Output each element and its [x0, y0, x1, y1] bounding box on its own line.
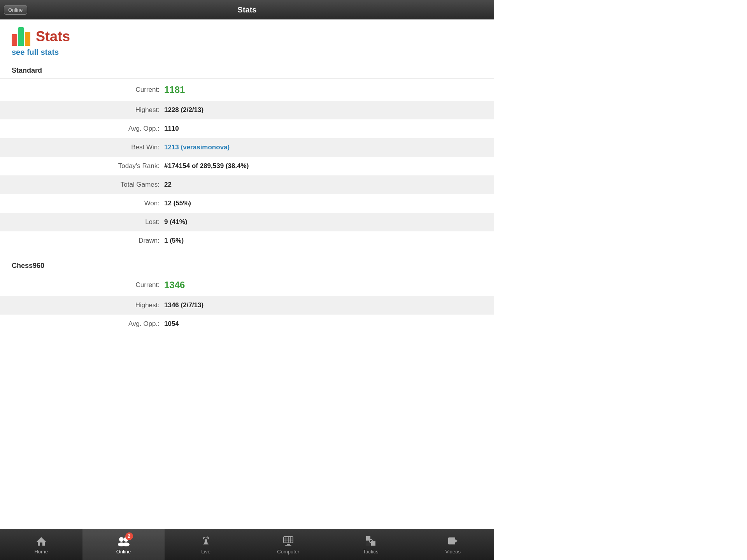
page-header: Stats: [0, 19, 494, 48]
stat-label-c960-current: Current:: [12, 281, 160, 289]
online-button[interactable]: Online: [4, 5, 27, 15]
bar3: [25, 32, 30, 46]
table-row: Avg. Opp.: 1054: [0, 315, 494, 333]
table-row: Won: 12 (55%): [0, 194, 494, 213]
stat-label-current: Current:: [12, 86, 160, 94]
stat-value-lost: 9 (41%): [164, 218, 188, 226]
table-row: Avg. Opp.: 1110: [0, 119, 494, 138]
stat-label-totalgames: Total Games:: [12, 181, 160, 189]
table-row: Drawn: 1 (5%): [0, 231, 494, 250]
see-full-stats-link[interactable]: see full stats: [0, 48, 494, 63]
stat-value-c960-highest: 1346 (2/7/13): [164, 301, 203, 309]
bar1: [12, 34, 17, 46]
stat-value-won: 12 (55%): [164, 200, 191, 207]
table-row: Highest: 1346 (2/7/13): [0, 296, 494, 315]
page-title: Stats: [36, 28, 70, 45]
stat-value-current: 1181: [164, 84, 185, 95]
stat-label-bestwin: Best Win:: [12, 144, 160, 151]
stat-value-bestwin: 1213 (verasimonova): [164, 144, 230, 151]
stat-label-drawn: Drawn:: [12, 237, 160, 245]
stat-value-avgopp: 1110: [164, 125, 179, 133]
top-bar-title: Stats: [238, 5, 257, 14]
stat-value-c960-current: 1346: [164, 280, 185, 290]
stat-value-c960-avgopp: 1054: [164, 320, 179, 328]
chess960-section-header: Chess960: [0, 258, 494, 274]
table-row: Current: 1181: [0, 79, 494, 101]
stat-value-highest: 1228 (2/2/13): [164, 106, 203, 114]
chess960-stats-table: Current: 1346 Highest: 1346 (2/7/13) Avg…: [0, 274, 494, 333]
stat-label-lost: Lost:: [12, 218, 160, 226]
table-row: Total Games: 22: [0, 175, 494, 194]
stat-value-totalgames: 22: [164, 181, 172, 189]
top-bar: Online Stats: [0, 0, 494, 19]
stats-icon: [12, 27, 30, 46]
stat-label-rank: Today's Rank:: [12, 162, 160, 170]
table-row: Highest: 1228 (2/2/13): [0, 101, 494, 119]
table-row: Best Win: 1213 (verasimonova): [0, 138, 494, 157]
stat-label-c960-avgopp: Avg. Opp.:: [12, 320, 160, 328]
standard-stats-table: Current: 1181 Highest: 1228 (2/2/13) Avg…: [0, 79, 494, 250]
standard-section-header: Standard: [0, 63, 494, 79]
stat-label-avgopp: Avg. Opp.:: [12, 125, 160, 133]
main-content: Stats see full stats Standard Current: 1…: [0, 19, 494, 368]
stat-label-won: Won:: [12, 200, 160, 207]
stat-value-rank: #174154 of 289,539 (38.4%): [164, 162, 249, 170]
bar2: [18, 27, 24, 46]
table-row: Current: 1346: [0, 274, 494, 296]
stat-label-c960-highest: Highest:: [12, 301, 160, 309]
table-row: Today's Rank: #174154 of 289,539 (38.4%): [0, 157, 494, 175]
stat-value-drawn: 1 (5%): [164, 237, 184, 245]
stat-label-highest: Highest:: [12, 106, 160, 114]
table-row: Lost: 9 (41%): [0, 213, 494, 231]
